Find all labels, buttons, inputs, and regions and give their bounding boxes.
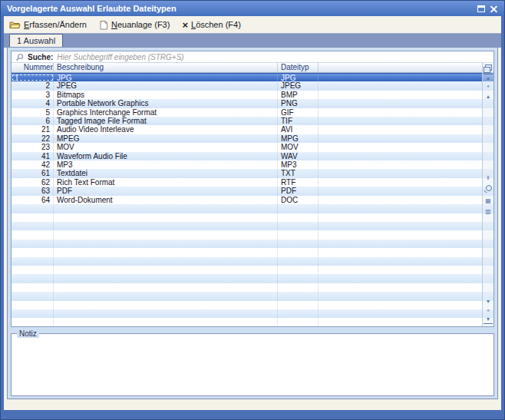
cell-num[interactable] bbox=[12, 204, 54, 213]
cell-num[interactable]: 42 bbox=[12, 160, 54, 169]
cell-type[interactable] bbox=[278, 204, 319, 213]
scroll-to-top-button[interactable]: ▴ bbox=[484, 74, 493, 82]
cell-num[interactable]: 41 bbox=[12, 152, 54, 160]
cell-desc[interactable] bbox=[54, 213, 278, 222]
cell-type[interactable]: GIF bbox=[278, 108, 319, 117]
cell-num[interactable] bbox=[12, 318, 54, 326]
cell-type[interactable] bbox=[278, 274, 319, 283]
delete-button[interactable]: × Löschen (F4) bbox=[182, 20, 240, 29]
cell-desc[interactable] bbox=[54, 204, 278, 213]
cell-num[interactable]: 4 bbox=[12, 99, 54, 107]
cell-type[interactable] bbox=[278, 292, 319, 300]
grid-side-strip[interactable]: ▴+▴‖▦▥▾+▾ bbox=[482, 62, 493, 326]
table-row[interactable]: 42MP3MP3 bbox=[12, 160, 493, 169]
cell-type[interactable]: MPG bbox=[278, 134, 319, 143]
cell-num[interactable] bbox=[12, 257, 54, 266]
cell-desc[interactable] bbox=[54, 274, 278, 283]
cell-desc[interactable] bbox=[54, 301, 278, 309]
cell-type[interactable] bbox=[278, 301, 319, 309]
table-row[interactable]: 22MPEGMPG bbox=[12, 134, 493, 143]
table-row-empty[interactable] bbox=[12, 248, 493, 256]
cell-rest[interactable] bbox=[319, 99, 493, 107]
cell-type[interactable]: RTF bbox=[278, 178, 319, 187]
table-row-empty[interactable] bbox=[12, 266, 493, 274]
table-row-empty[interactable] bbox=[12, 292, 493, 300]
cell-rest[interactable] bbox=[319, 283, 493, 292]
cell-desc[interactable] bbox=[54, 266, 278, 274]
cell-rest[interactable] bbox=[319, 222, 493, 230]
table-row[interactable]: 41Waveform Audio FileWAV bbox=[12, 152, 493, 160]
cell-desc[interactable]: Graphics Interchange Format bbox=[54, 108, 278, 117]
close-window-icon[interactable] bbox=[490, 5, 498, 13]
table-row[interactable]: 5Graphics Interchange FormatGIF bbox=[12, 108, 493, 117]
cell-desc[interactable] bbox=[54, 230, 278, 239]
table-row-empty[interactable] bbox=[12, 283, 493, 292]
cell-type[interactable] bbox=[278, 257, 319, 266]
cell-num[interactable] bbox=[12, 266, 54, 274]
table-row[interactable]: 2JPEGJPEG bbox=[12, 81, 493, 90]
table-row-empty[interactable] bbox=[12, 309, 493, 318]
cell-num[interactable] bbox=[12, 248, 54, 256]
cell-desc[interactable]: Word-Dokument bbox=[54, 196, 278, 204]
cell-desc[interactable]: JPEG bbox=[54, 81, 278, 90]
cell-desc[interactable]: Audio Video Interleave bbox=[54, 125, 278, 134]
cell-rest[interactable] bbox=[319, 309, 493, 318]
table-row[interactable]: 62Rich Text FormatRTF bbox=[12, 178, 493, 187]
cell-type[interactable] bbox=[278, 318, 319, 326]
table-row[interactable]: 6Tagged Image File FormatTIF bbox=[12, 117, 493, 125]
column-header-beschreibung[interactable]: Beschreibung bbox=[54, 63, 278, 72]
cell-type[interactable]: JPG bbox=[278, 74, 319, 81]
table-row[interactable]: 1JPGJPG bbox=[12, 73, 493, 81]
cell-rest[interactable] bbox=[319, 230, 493, 239]
cell-rest[interactable] bbox=[319, 152, 493, 160]
cell-num[interactable] bbox=[12, 283, 54, 292]
cell-type[interactable]: MP3 bbox=[278, 160, 319, 169]
cell-rest[interactable] bbox=[319, 81, 493, 90]
cell-type[interactable] bbox=[278, 309, 319, 318]
cell-num[interactable] bbox=[12, 301, 54, 309]
cell-type[interactable] bbox=[278, 222, 319, 230]
notiz-content[interactable] bbox=[15, 339, 490, 392]
column-header-empty[interactable] bbox=[319, 63, 493, 72]
cell-num[interactable]: 61 bbox=[12, 169, 54, 177]
pin-view-button[interactable]: ‖ bbox=[484, 174, 493, 182]
search-input[interactable]: Hier Suchbegriff eingeben (STRG+S) bbox=[57, 53, 183, 61]
table-row[interactable]: 63PDFPDF bbox=[12, 187, 493, 195]
cell-num[interactable]: 63 bbox=[12, 187, 54, 195]
cell-num[interactable]: 21 bbox=[12, 125, 54, 134]
cell-rest[interactable] bbox=[319, 240, 493, 248]
filter-button[interactable]: ▥ bbox=[484, 208, 493, 216]
cell-desc[interactable]: Rich Text Format bbox=[54, 178, 278, 187]
cell-type[interactable] bbox=[278, 248, 319, 256]
table-row[interactable]: 21Audio Video InterleaveAVI bbox=[12, 125, 493, 134]
tab-auswahl[interactable]: 1 Auswahl bbox=[9, 34, 63, 48]
scroll-to-bottom-button[interactable]: ▾ bbox=[484, 316, 493, 324]
cell-num[interactable]: 3 bbox=[12, 91, 54, 99]
restore-window-icon[interactable] bbox=[477, 5, 485, 12]
table-row[interactable]: 64Word-DokumentDOC bbox=[12, 196, 493, 204]
table-row-empty[interactable] bbox=[12, 213, 493, 222]
cell-type[interactable] bbox=[278, 240, 319, 248]
cell-type[interactable] bbox=[278, 266, 319, 274]
cell-num[interactable] bbox=[12, 292, 54, 300]
cell-type[interactable] bbox=[278, 230, 319, 239]
cell-type[interactable]: WAV bbox=[278, 152, 319, 160]
cell-num[interactable]: 62 bbox=[12, 178, 54, 187]
cell-desc[interactable]: MPEG bbox=[54, 134, 278, 143]
scroll-page-down-button[interactable]: + bbox=[484, 307, 493, 315]
cell-rest[interactable] bbox=[319, 213, 493, 222]
cell-num[interactable] bbox=[12, 213, 54, 222]
cell-type[interactable] bbox=[278, 283, 319, 292]
table-row[interactable]: 4Portable Network GraphicsPNG bbox=[12, 99, 493, 107]
cell-desc[interactable] bbox=[54, 318, 278, 326]
cell-type[interactable] bbox=[278, 213, 319, 222]
table-row-empty[interactable] bbox=[12, 240, 493, 248]
column-chooser-icon[interactable] bbox=[485, 64, 492, 71]
cell-desc[interactable]: Bitmaps bbox=[54, 91, 278, 99]
table-row-empty[interactable] bbox=[12, 274, 493, 283]
scroll-page-up-button[interactable]: + bbox=[484, 83, 493, 91]
cell-type[interactable]: PNG bbox=[278, 99, 319, 107]
cell-type[interactable]: PDF bbox=[278, 187, 319, 195]
cell-desc[interactable]: Tagged Image File Format bbox=[54, 117, 278, 125]
cell-type[interactable]: MOV bbox=[278, 143, 319, 151]
